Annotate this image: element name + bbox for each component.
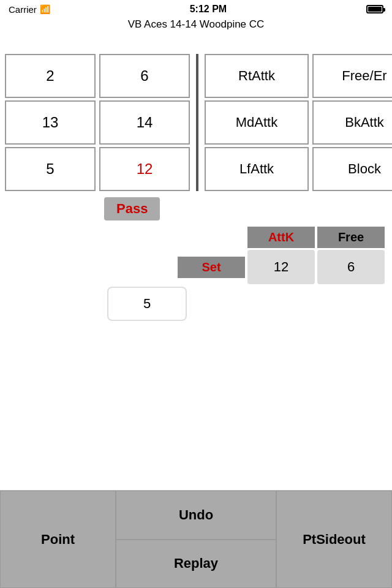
mdattk-btn[interactable]: MdAttk [205, 100, 309, 145]
replay-button[interactable]: Replay [116, 540, 276, 589]
block-btn[interactable]: Block [312, 147, 392, 191]
left-player-column: 2 13 5 [5, 54, 96, 191]
mid-player-column: 6 14 12 [99, 54, 190, 191]
freeer-btn[interactable]: Free/Er [312, 54, 392, 98]
lfattk-btn[interactable]: LfAttk [205, 147, 309, 191]
player-btn-14[interactable]: 14 [99, 100, 190, 145]
court-divider [196, 54, 198, 191]
status-bar: Carrier 📶 5:12 PM [0, 0, 392, 17]
player-btn-6[interactable]: 6 [99, 54, 190, 98]
point-button[interactable]: Point [0, 491, 116, 588]
player-btn-2[interactable]: 2 [5, 54, 96, 98]
undo-replay-group: Undo Replay [116, 491, 276, 588]
wifi-icon: 📶 [40, 4, 50, 14]
action-column-1: RtAttk MdAttk LfAttk [205, 54, 309, 191]
free-value: 6 [317, 250, 385, 284]
carrier-label: Carrier [9, 4, 37, 15]
set-label: Set [178, 257, 245, 278]
time-display: 5:12 PM [190, 4, 227, 15]
ptsideout-button[interactable]: PtSideout [276, 491, 392, 588]
action-column-2: Free/Er BkAttk Block [312, 54, 392, 191]
set-value: 12 [247, 250, 315, 284]
rtattk-btn[interactable]: RtAttk [205, 54, 309, 98]
pass-area: Pass [0, 191, 392, 221]
title-bar: VB Aces 14-14 Woodpine CC [0, 17, 392, 36]
bkattk-btn[interactable]: BkAttk [312, 100, 392, 145]
undo-button[interactable]: Undo [116, 491, 276, 540]
player-btn-13[interactable]: 13 [5, 100, 96, 145]
free-header: Free [317, 227, 385, 248]
pass-label[interactable]: Pass [104, 197, 160, 221]
attk-header: AttK [247, 227, 315, 248]
battery-icon [366, 5, 383, 13]
page-title: VB Aces 14-14 Woodpine CC [128, 18, 265, 30]
bottom-action-bar: Point Undo Replay PtSideout [0, 490, 392, 588]
player-btn-12[interactable]: 12 [99, 147, 190, 191]
carrier-wifi: Carrier 📶 [9, 4, 50, 15]
player5-display: 5 [107, 287, 187, 321]
player-btn-5[interactable]: 5 [5, 147, 96, 191]
stats-section: AttK Free Set 12 6 [178, 227, 385, 284]
